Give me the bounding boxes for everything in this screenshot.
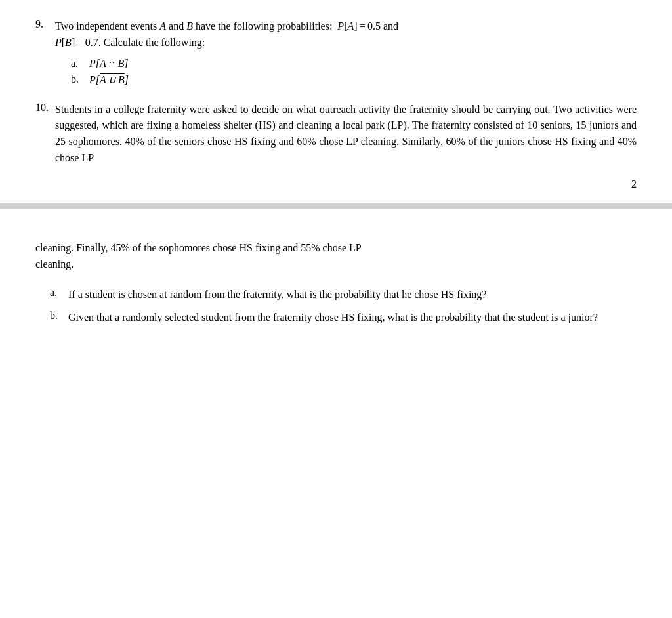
q10-part-a-label: a. <box>50 287 68 299</box>
q9-line1: 9. Two independent events A and B have t… <box>35 18 637 51</box>
page-divider <box>0 203 672 209</box>
page-top: 9. Two independent events A and B have t… <box>0 0 672 203</box>
q9-number: 9. <box>35 18 55 30</box>
q10-number: 10. <box>35 102 55 113</box>
q9-part-a: a. P[A ∩ B] <box>71 58 637 70</box>
q9-text: Two independent events A and B have the … <box>55 18 637 51</box>
question-10: 10. Students in a college fraternity wer… <box>35 102 637 167</box>
q10-text: Students in a college fraternity were as… <box>55 102 637 167</box>
q9-part-b-content: P[A ∪ B] <box>89 73 129 86</box>
q9-sub-parts: a. P[A ∩ B] b. P[A ∪ B] <box>71 58 637 86</box>
page-number: 2 <box>35 178 637 190</box>
question-9: 9. Two independent events A and B have t… <box>35 18 637 86</box>
q10-part-b: b. Given that a randomly selected studen… <box>50 310 637 326</box>
q10-line: 10. Students in a college fraternity wer… <box>35 102 637 167</box>
q10-part-a-text: If a student is chosen at random from th… <box>68 287 637 303</box>
q10-part-a: a. If a student is chosen at random from… <box>50 287 637 303</box>
q9-part-b: b. P[A ∪ B] <box>71 73 637 86</box>
q9-part-b-label: b. <box>71 73 89 85</box>
q10-sub-parts: a. If a student is chosen at random from… <box>50 287 637 326</box>
page-bottom: cleaning. Finally, 45% of the sophomores… <box>0 209 672 351</box>
continuation-text: cleaning. Finally, 45% of the sophomores… <box>35 240 637 273</box>
q9-part-a-content: P[A ∩ B] <box>89 58 128 70</box>
q10-part-b-text: Given that a randomly selected student f… <box>68 310 637 326</box>
q9-part-a-label: a. <box>71 58 89 70</box>
continuation-line2: cleaning. <box>35 258 74 270</box>
continuation-line1: cleaning. Finally, 45% of the sophomores… <box>35 242 362 253</box>
q10-part-b-label: b. <box>50 310 68 321</box>
